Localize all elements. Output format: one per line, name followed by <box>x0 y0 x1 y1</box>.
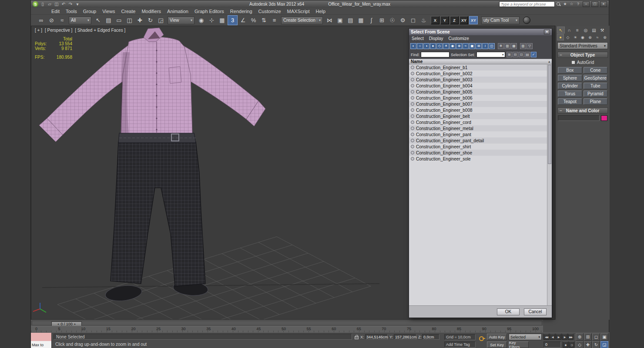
display-containers-icon[interactable]: ◫ <box>489 43 495 49</box>
display-invert-icon[interactable]: ◑ <box>423 43 429 49</box>
select-invert-icon[interactable]: ⊡ <box>519 52 524 57</box>
lights-category-icon[interactable]: ☀ <box>572 34 579 40</box>
add-time-tag[interactable]: Add Time Tag <box>444 341 476 348</box>
undo-icon[interactable]: ↶ <box>60 1 67 7</box>
percent-snap-toggle-icon[interactable]: % <box>248 15 258 25</box>
display-lights-icon[interactable]: ☀ <box>443 43 449 49</box>
auto-key-button[interactable]: Auto Key <box>487 334 507 340</box>
maximize-button[interactable]: □ <box>591 1 598 7</box>
unlink-selection-icon[interactable]: ⊘ <box>47 15 57 25</box>
object-type-button[interactable]: Plane <box>584 98 608 105</box>
scene-list-item[interactable]: Construction_Engineer_b008 <box>409 107 547 113</box>
primitive-category-dropdown[interactable]: Standard Primitives ▾ <box>557 42 608 49</box>
previous-frame-arrow-icon[interactable]: ◂ <box>57 322 59 326</box>
set-key-button[interactable]: Set Key <box>487 341 507 348</box>
pan-icon[interactable]: ✚ <box>584 341 592 348</box>
key-filters-button[interactable]: Key Filters... <box>509 341 529 348</box>
object-type-button[interactable]: GeoSphere <box>584 75 608 81</box>
named-selection-sets-dropdown[interactable]: Create Selection Se▾ <box>281 17 323 24</box>
y-coordinate-field[interactable]: 157,2861cm <box>394 334 416 340</box>
scrollbar-thumb[interactable] <box>548 65 551 164</box>
geometry-category-icon[interactable]: ● <box>557 34 564 40</box>
app-logo-icon[interactable]: S <box>33 1 38 7</box>
edit-named-selection-sets-icon[interactable]: ≡ <box>269 15 279 25</box>
keyboard-shortcut-override-icon[interactable]: ▦ <box>217 15 227 25</box>
menu-item[interactable]: MAXScript <box>284 9 313 14</box>
qat-customize-icon[interactable]: ▾ <box>74 1 80 7</box>
render-production-icon[interactable]: ♨ <box>419 15 429 25</box>
display-cameras-icon[interactable]: ◉ <box>449 43 456 49</box>
selection-set-scope-dropdown[interactable]: Selected ▾ <box>509 334 542 340</box>
systems-category-icon[interactable]: ⊛ <box>601 34 608 40</box>
window-crossing-icon[interactable]: ◫ <box>124 15 134 25</box>
dialog-menu-item[interactable]: Customize <box>446 36 472 41</box>
object-type-button[interactable]: Torus <box>558 90 582 97</box>
office-wear-model[interactable] <box>39 28 265 303</box>
align-icon[interactable]: ▣ <box>335 15 345 25</box>
selection-set-list-icon[interactable]: ▤ <box>525 52 530 57</box>
scene-list-item[interactable]: Construction_Engineer_b006 <box>409 95 547 101</box>
zoom-extents-all-icon[interactable]: ▣ <box>600 333 608 341</box>
dialog-close-icon[interactable]: × <box>544 30 550 34</box>
scene-list-item[interactable]: Construction_Engineer_sole <box>409 156 547 162</box>
display-xrefs-icon[interactable]: ⊞ <box>476 43 482 49</box>
curve-editor-icon[interactable]: ∫ <box>366 15 376 25</box>
maxscript-mini-listener[interactable]: Max to <box>31 333 52 348</box>
filter-combinations-icon[interactable]: ▽ <box>527 43 533 49</box>
select-and-move-icon[interactable]: ✚ <box>135 15 145 25</box>
pants-mesh[interactable] <box>111 142 205 286</box>
scene-list-item[interactable]: Construction_Engineer_metal <box>409 125 547 131</box>
autogrid-checkbox[interactable] <box>571 60 575 64</box>
object-type-button[interactable]: Pyramid <box>584 90 608 97</box>
select-all-icon[interactable]: ⊞ <box>506 52 512 57</box>
display-shapes-icon[interactable]: ◇ <box>436 43 443 49</box>
menu-item[interactable]: Customize <box>255 9 284 14</box>
reference-coordinate-dropdown[interactable]: View▾ <box>168 17 195 24</box>
snaps-toggle-icon[interactable]: 3 <box>228 15 238 25</box>
mirror-icon[interactable]: ⋈ <box>325 15 335 25</box>
object-type-button[interactable]: Cone <box>584 67 608 74</box>
layer-manager-icon[interactable]: ▤ <box>345 15 356 25</box>
menu-item[interactable]: Create <box>118 9 138 14</box>
open-file-icon[interactable]: ▱ <box>47 1 53 7</box>
name-color-rollout-header[interactable]: − Name and Color <box>557 107 608 114</box>
new-scene-icon[interactable]: ▯ <box>40 1 46 7</box>
axis-constraint-button[interactable]: Y <box>440 16 449 24</box>
previous-frame-icon[interactable]: ◀ <box>550 334 555 340</box>
select-and-link-icon[interactable]: ∞ <box>36 15 46 25</box>
scene-list-item[interactable]: Construction_Engineer_b003 <box>409 77 547 83</box>
axis-constraint-button[interactable]: Z <box>450 16 459 24</box>
help-icon[interactable]: ? <box>575 1 581 7</box>
favorites-icon[interactable]: ★ <box>562 1 568 7</box>
display-frozen-icon[interactable]: ❄ <box>498 43 504 49</box>
dialog-menu-item[interactable]: Display <box>426 36 446 41</box>
redo-icon[interactable]: ↷ <box>67 1 74 7</box>
graphite-ribbon-toggle-icon[interactable]: ▦ <box>356 15 366 25</box>
display-helpers-icon[interactable]: ⊕ <box>456 43 462 49</box>
object-type-button[interactable]: Teapot <box>558 98 582 105</box>
scene-list-item[interactable]: Construction_Engineer_shoe <box>409 150 547 156</box>
display-everything-icon[interactable]: ◐ <box>410 43 416 49</box>
cam-tool-dropdown[interactable]: uty Cam Tool▾ <box>481 17 520 24</box>
menu-item[interactable]: Edit <box>48 9 63 14</box>
column-chooser-icon[interactable]: ▥ <box>520 43 526 49</box>
maximize-viewport-toggle-icon[interactable]: ◲ <box>600 341 608 348</box>
scene-list-item[interactable]: Construction_Engineer_pant_detail <box>409 137 547 144</box>
utilities-tab-icon[interactable]: ⚒ <box>598 27 606 33</box>
menu-item[interactable]: Group <box>80 9 100 14</box>
selection-set-dropdown[interactable]: ▾ <box>476 52 505 57</box>
select-and-rotate-icon[interactable]: ↻ <box>145 15 155 25</box>
scene-list-item[interactable]: Construction_Engineer_b002 <box>409 70 547 77</box>
key-mode-toggle-icon[interactable]: ◆ <box>563 341 568 348</box>
motion-tab-icon[interactable]: ◎ <box>582 27 590 33</box>
select-by-name-icon[interactable]: ▤ <box>104 15 114 25</box>
menu-item[interactable]: Animation <box>164 9 191 14</box>
orbit-icon[interactable]: ↻ <box>592 341 600 348</box>
time-slider-track[interactable]: ◂ 0 / 100 ▸ <box>32 321 542 325</box>
select-none-icon[interactable]: ⊟ <box>513 52 518 57</box>
z-coordinate-field[interactable]: 0,0cm <box>422 334 439 340</box>
object-type-button[interactable]: Tube <box>584 83 608 89</box>
display-hidden-icon[interactable]: ▥ <box>504 43 510 49</box>
display-tab-icon[interactable]: ▤ <box>590 27 598 33</box>
rendered-frame-window-icon[interactable]: ◻ <box>408 15 418 25</box>
